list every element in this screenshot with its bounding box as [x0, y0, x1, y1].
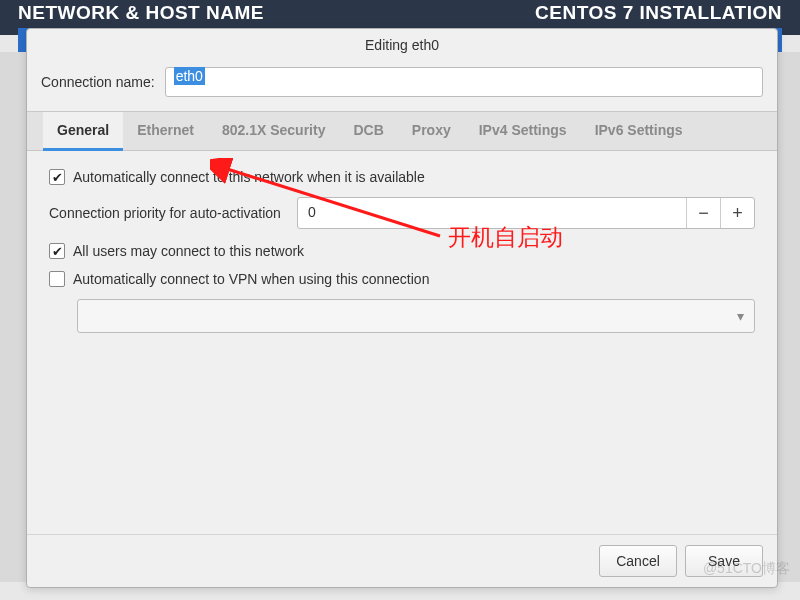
connection-name-input[interactable]: eth0: [165, 67, 763, 97]
auto-vpn-row: Automatically connect to VPN when using …: [49, 271, 755, 287]
all-users-checkbox[interactable]: [49, 243, 65, 259]
vpn-select[interactable]: ▾: [77, 299, 755, 333]
auto-connect-row: Automatically connect to this network wh…: [49, 169, 755, 185]
tab-proxy[interactable]: Proxy: [398, 112, 465, 150]
cancel-button[interactable]: Cancel: [599, 545, 677, 577]
edit-connection-dialog: Editing eth0 Connection name: eth0 Gener…: [26, 28, 778, 588]
header-right: CENTOS 7 INSTALLATION: [535, 2, 782, 24]
tab-ipv6[interactable]: IPv6 Settings: [581, 112, 697, 150]
priority-increment[interactable]: +: [720, 198, 754, 228]
auto-connect-checkbox[interactable]: [49, 169, 65, 185]
auto-vpn-checkbox[interactable]: [49, 271, 65, 287]
priority-row: Connection priority for auto-activation …: [49, 197, 755, 229]
save-button[interactable]: Save: [685, 545, 763, 577]
priority-spinner[interactable]: 0 − +: [297, 197, 755, 229]
connection-name-label: Connection name:: [41, 74, 155, 90]
tab-ipv4[interactable]: IPv4 Settings: [465, 112, 581, 150]
tab-general[interactable]: General: [43, 112, 123, 151]
auto-connect-label: Automatically connect to this network wh…: [73, 169, 425, 185]
priority-label: Connection priority for auto-activation: [49, 205, 281, 221]
tab-8021x[interactable]: 802.1X Security: [208, 112, 340, 150]
all-users-row: All users may connect to this network: [49, 243, 755, 259]
tab-bar: General Ethernet 802.1X Security DCB Pro…: [27, 111, 777, 151]
header-left: NETWORK & HOST NAME: [18, 2, 264, 24]
tab-dcb[interactable]: DCB: [339, 112, 397, 150]
chevron-down-icon: ▾: [737, 308, 744, 324]
auto-vpn-label: Automatically connect to VPN when using …: [73, 271, 429, 287]
priority-value[interactable]: 0: [298, 198, 686, 228]
connection-name-value: eth0: [174, 67, 205, 85]
priority-decrement[interactable]: −: [686, 198, 720, 228]
dialog-footer: Cancel Save: [27, 534, 777, 587]
all-users-label: All users may connect to this network: [73, 243, 304, 259]
tab-ethernet[interactable]: Ethernet: [123, 112, 208, 150]
connection-name-row: Connection name: eth0: [27, 59, 777, 111]
dialog-title: Editing eth0: [27, 29, 777, 59]
tab-panel-general: Automatically connect to this network wh…: [27, 151, 777, 534]
